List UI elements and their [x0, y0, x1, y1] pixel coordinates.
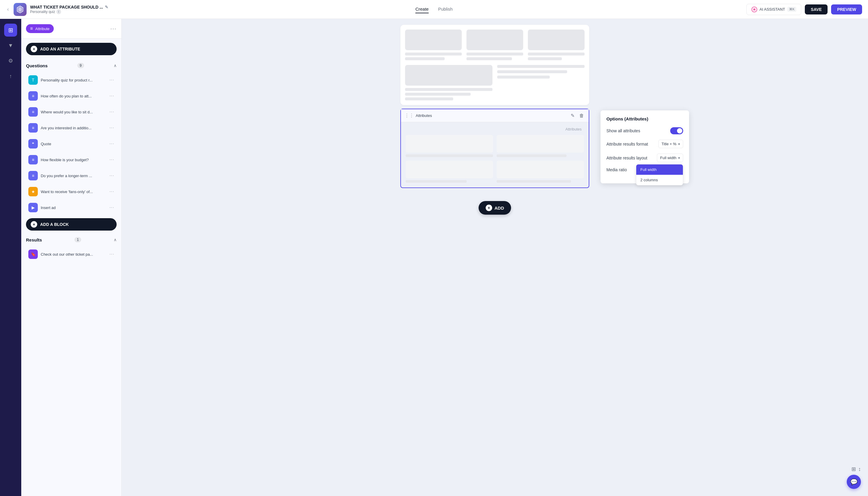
sidebar-filter-button[interactable]: ▼ [4, 39, 17, 52]
sidebar-settings-button[interactable]: ⚙ [4, 54, 17, 67]
sidebar-grid-button[interactable]: ⊞ [4, 24, 17, 36]
question-icon-6: ≡ [28, 155, 38, 165]
question-icon-1: T [28, 75, 38, 85]
question-item-3[interactable]: ≡ Where would you like to sit d... ··· [24, 104, 119, 120]
ai-star-icon [751, 6, 757, 12]
question-more-8[interactable]: ··· [110, 189, 114, 194]
header-title-block: WHAT TICKET PACKAGE SHOULD ... ✎ Persona… [30, 5, 108, 14]
attr-skel-b [497, 135, 584, 157]
results-item-left-1: 🔖 Check out our other ticket pa... [28, 249, 93, 259]
attributes-inner-label: Attributes [406, 127, 584, 131]
question-left-2: ≡ How often do you plan to att... [28, 91, 92, 101]
ai-shortcut: ⌘K [787, 7, 796, 12]
plus-add-icon: + [486, 205, 492, 211]
chat-bubble[interactable]: 💬 [847, 475, 861, 489]
question-left-1: T Personality quiz for product r... [28, 75, 93, 85]
logo-icon [14, 3, 27, 16]
question-more-1[interactable]: ··· [110, 77, 114, 83]
questions-count-badge: 9 [77, 63, 84, 68]
attr-skel-d [497, 160, 584, 183]
plus-icon: + [31, 46, 37, 52]
results-more-1[interactable]: ··· [110, 251, 114, 257]
share-icon: ↑ [10, 73, 12, 79]
question-item-9[interactable]: ▶ Insert ad ··· [24, 200, 119, 215]
attribute-results-layout-label: Attribute results layout [606, 156, 648, 160]
layout-option-2-columns[interactable]: 2 columns [636, 175, 683, 185]
add-attribute-button[interactable]: + ADD AN ATTRIBUTE [26, 43, 117, 55]
question-item-6[interactable]: ≡ How flexible is your budget? ··· [24, 152, 119, 167]
question-more-2[interactable]: ··· [110, 93, 114, 98]
attr-skel-a [406, 135, 493, 157]
question-icon-4: ≡ [28, 123, 38, 133]
header-subtitle: Personality quiz i [30, 10, 108, 14]
add-block-button[interactable]: + ADD A BLOCK [26, 218, 117, 231]
question-left-9: ▶ Insert ad [28, 203, 56, 212]
ai-assistant-button[interactable]: AI ASSISTANT ⌘K [746, 4, 802, 15]
attributes-block-header: ⋮⋮ Attributes ✎ 🗑 [401, 109, 589, 122]
question-more-5[interactable]: ··· [110, 141, 114, 146]
question-item-2[interactable]: ≡ How often do you plan to att... ··· [24, 88, 119, 104]
question-icon-7: ≡ [28, 171, 38, 181]
question-item-8[interactable]: ★ Want to receive 'fans-only' of... ··· [24, 184, 119, 199]
results-count-badge: 1 [74, 237, 81, 243]
question-item-5[interactable]: ❝ Quote ··· [24, 136, 119, 152]
results-section-header[interactable]: Results 1 ∧ [21, 234, 121, 246]
expand-icon[interactable]: ⊞ [851, 466, 856, 472]
info-icon[interactable]: i [57, 10, 61, 14]
attribute-results-layout-dropdown[interactable]: Full width ▾ [657, 154, 683, 162]
questions-section-header[interactable]: Questions 9 ∧ [21, 59, 121, 72]
attribute-results-layout-value: Full width [660, 156, 677, 160]
results-item-1[interactable]: 🔖 Check out our other ticket pa... ··· [24, 247, 119, 262]
results-icon-1: 🔖 [28, 249, 38, 259]
filter-icon: ▼ [8, 43, 13, 49]
attr-skel-c [406, 160, 493, 183]
questions-list: T Personality quiz for product r... ··· … [21, 72, 121, 215]
question-left-3: ≡ Where would you like to sit d... [28, 107, 93, 117]
question-item-1[interactable]: T Personality quiz for product r... ··· [24, 72, 119, 88]
question-more-3[interactable]: ··· [110, 109, 114, 114]
attribute-results-format-row: Attribute results format Title + % ▾ [606, 140, 683, 148]
attribute-results-format-dropdown[interactable]: Title + % ▾ [658, 140, 683, 148]
question-more-6[interactable]: ··· [110, 157, 114, 162]
results-chevron-icon: ∧ [114, 237, 117, 242]
sidebar-share-button[interactable]: ↑ [4, 70, 17, 83]
show-all-attributes-toggle[interactable] [670, 127, 683, 134]
question-item-7[interactable]: ≡ Do you prefer a longer-term ... ··· [24, 168, 119, 183]
preview-button[interactable]: PREVIEW [831, 4, 862, 14]
question-more-7[interactable]: ··· [110, 173, 114, 178]
attribute-results-layout-row: Attribute results layout Full width ▾ Fu… [606, 154, 683, 162]
attribute-results-format-value: Title + % [662, 142, 677, 146]
question-more-4[interactable]: ··· [110, 125, 114, 130]
question-icon-3: ≡ [28, 107, 38, 117]
question-more-9[interactable]: ··· [110, 205, 114, 210]
top-preview-card [400, 25, 589, 105]
question-text-7: Do you prefer a longer-term ... [41, 174, 92, 178]
question-text-5: Quote [41, 142, 51, 146]
nav-publish[interactable]: Publish [438, 5, 453, 13]
attr-skeleton-row-1 [406, 135, 584, 157]
question-text-9: Insert ad [41, 205, 56, 210]
nav-create[interactable]: Create [415, 5, 429, 13]
edit-title-icon[interactable]: ✎ [105, 5, 108, 10]
left-panel: ≡ Attribute ··· + ADD AN ATTRIBUTE Quest… [21, 19, 122, 496]
attributes-block-actions: ✎ 🗑 [570, 112, 585, 120]
layout-option-full-width[interactable]: Full width [636, 165, 683, 175]
attributes-delete-button[interactable]: 🗑 [578, 112, 585, 120]
question-left-8: ★ Want to receive 'fans-only' of... [28, 187, 93, 196]
main-content: ⋮⋮ Attributes ✎ 🗑 Attributes [122, 19, 868, 496]
questions-chevron-icon: ∧ [114, 63, 117, 68]
attributes-edit-button[interactable]: ✎ [570, 112, 576, 120]
question-text-8: Want to receive 'fans-only' of... [41, 189, 93, 194]
question-item-4[interactable]: ≡ Are you interested in additio... ··· [24, 120, 119, 136]
question-text-4: Are you interested in additio... [41, 126, 92, 130]
add-button[interactable]: + ADD [479, 201, 511, 215]
attribute-more-button[interactable]: ··· [110, 26, 117, 32]
save-button[interactable]: SAVE [805, 4, 827, 14]
back-button[interactable]: ‹ [6, 5, 10, 14]
question-left-6: ≡ How flexible is your budget? [28, 155, 89, 165]
drag-handle-icon[interactable]: ⋮⋮ [404, 113, 414, 119]
collapse-icon[interactable]: ↕ [858, 466, 861, 472]
layout-dropdown-options: Full width 2 columns [636, 164, 683, 185]
question-text-3: Where would you like to sit d... [41, 110, 93, 114]
main-layout: ⊞ ▼ ⚙ ↑ ≡ Attribute ··· + ADD AN ATTRIBU… [0, 19, 868, 496]
